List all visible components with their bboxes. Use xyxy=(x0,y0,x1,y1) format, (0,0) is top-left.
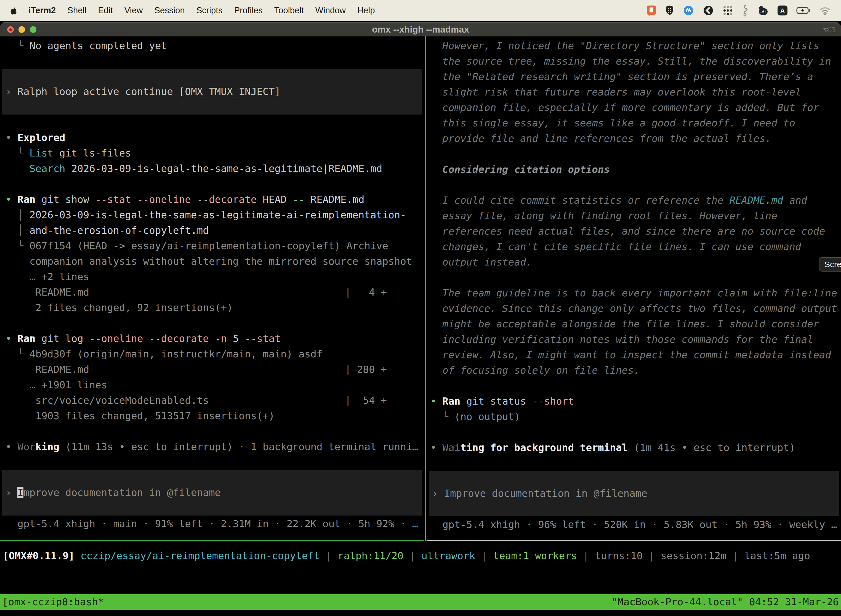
terminal-line: • Ran git log --oneline --decorate -n 5 … xyxy=(0,331,424,346)
menu-item-shell[interactable]: Shell xyxy=(67,6,86,15)
tmux-session-label: [omx-cczip0:bash* xyxy=(2,594,104,610)
terminal-line: the source tree, missing the essay. Stil… xyxy=(426,54,841,69)
terminal-line: │ and-the-erosion-of-copyleft.md xyxy=(0,223,424,238)
pane-border-active xyxy=(0,540,424,541)
input-source-icon[interactable]: A xyxy=(777,5,788,16)
shield-icon[interactable] xyxy=(665,5,674,16)
terminal-line: The team guideline is to back every impo… xyxy=(426,285,841,301)
terminal-line: 2 files changed, 92 insertions(+) xyxy=(0,300,424,315)
diffstat-row: README.md| 4 + xyxy=(0,285,387,300)
terminal-line: slight risk that future readers may over… xyxy=(426,84,841,100)
terminal-line: changes, I can't cite specific file line… xyxy=(426,239,841,254)
squiggle-icon[interactable] xyxy=(742,4,748,16)
tmux-pane-right[interactable]: However, I noticed the "Directory Struct… xyxy=(426,37,841,540)
prompt-input-box[interactable]: › Improve documentation in @filename xyxy=(2,470,422,516)
terminal-line: • Waiting for background terminal (1m 41… xyxy=(426,440,841,455)
model-status-line: gpt-5.4 xhigh · main · 91% left · 2.31M … xyxy=(0,516,424,532)
iterm2-window: omx --xhigh --madmax ⌥⌘1 └ No agents com… xyxy=(0,22,841,616)
terminal-line: output instead. xyxy=(426,254,841,270)
terminal-line: • Ran git show --stat --oneline --decora… xyxy=(0,192,424,207)
terminal-line: • Explored xyxy=(0,130,424,145)
window-title: omx --xhigh --madmax xyxy=(372,24,469,35)
diffstat-row: src/voice/voiceModeEnabled.ts| 54 + xyxy=(0,393,387,408)
dots-grid-icon[interactable] xyxy=(722,5,733,16)
terminal-line: … +1901 lines xyxy=(0,377,424,393)
battery-icon[interactable] xyxy=(796,6,811,15)
terminal-line: this single essay, it seems like a good … xyxy=(426,115,841,131)
diffstat-count: | 4 + xyxy=(345,285,387,300)
zoom-button[interactable] xyxy=(30,26,37,33)
menu-item-profiles[interactable]: Profiles xyxy=(234,6,262,15)
window-title-bar[interactable]: omx --xhigh --madmax ⌥⌘1 xyxy=(0,22,841,37)
diffstat-row: README.md| 280 + xyxy=(0,362,387,377)
prompt-line: › Improve documentation in @filename xyxy=(429,486,839,501)
terminal-line: I could cite commit statistics or refere… xyxy=(426,193,841,208)
menu-item-view[interactable]: View xyxy=(125,6,143,15)
terminal-line: companion analysis without altering the … xyxy=(0,254,424,269)
screen-recording-icon[interactable] xyxy=(646,4,657,16)
terminal-line: │ 2026-03-09-is-legal-the-same-as-legiti… xyxy=(0,207,424,223)
terminal-line: 1903 files changed, 513517 insertions(+) xyxy=(0,408,424,424)
terminal-line: • Working (11m 13s • esc to interrupt) ·… xyxy=(0,439,424,455)
terminal-line: might be acceptable alongside the file l… xyxy=(426,316,841,332)
svg-text:..61: ..61 xyxy=(760,10,766,14)
terminal-line: • Ran git status --short xyxy=(426,393,841,409)
terminal-line: companion file, especially if more comme… xyxy=(426,100,841,115)
terminal-line: However, I noticed the "Directory Struct… xyxy=(426,38,841,54)
menu-status-icons: ..61 A xyxy=(646,4,831,16)
macos-menu-bar: iTerm2ShellEditViewSessionScriptsProfile… xyxy=(0,0,841,21)
media-circle-icon[interactable] xyxy=(702,5,714,16)
terminal-line: Search 2026-03-09-is-legal-the-same-as-l… xyxy=(0,161,424,176)
omx-status-bar: [OMX#0.11.9] cczip/essay/ai-reimplementa… xyxy=(0,548,841,563)
tmux-host-clock: "MacBook-Pro-44.local" 04:52 31-Mar-26 xyxy=(611,594,839,610)
diffstat-count: | 280 + xyxy=(345,362,387,377)
svg-text:A: A xyxy=(780,7,785,14)
model-status-line: gpt-5.4 xhigh · 96% left · 520K in · 5.8… xyxy=(426,517,841,532)
traffic-lights xyxy=(7,23,37,37)
pane-border-inactive xyxy=(426,540,841,541)
close-button[interactable] xyxy=(7,26,14,33)
tmux-pane-left[interactable]: └ No agents completed yet› Ralph loop ac… xyxy=(0,37,424,540)
menu-item-session[interactable]: Session xyxy=(154,6,185,15)
terminal-line: provide file and line references from th… xyxy=(426,131,841,146)
menu-item-window[interactable]: Window xyxy=(315,6,346,15)
apple-menu-icon[interactable] xyxy=(10,6,18,15)
wifi-icon[interactable] xyxy=(819,6,831,15)
menu-item-toolbelt[interactable]: Toolbelt xyxy=(274,6,304,15)
desktop: iTerm2ShellEditViewSessionScriptsProfile… xyxy=(0,0,841,616)
menu-item-iterm2[interactable]: iTerm2 xyxy=(28,6,56,15)
terminal-line: └ 4b9d30f (origin/main, instructkr/main,… xyxy=(0,346,424,362)
tmux-status-bar: [omx-cczip0:bash* "MacBook-Pro-44.local"… xyxy=(0,594,841,610)
prompt-input-box[interactable]: › Improve documentation in @filename xyxy=(429,471,839,516)
terminal-line: references need actual files, and since … xyxy=(426,224,841,239)
minimize-button[interactable] xyxy=(19,26,25,33)
terminal-line: essay file, along with finding root file… xyxy=(426,208,841,224)
terminal-line: └ 067f154 (HEAD -> essay/ai-reimplementa… xyxy=(0,238,424,254)
menu-item-help[interactable]: Help xyxy=(357,6,375,15)
diffstat-count: | 54 + xyxy=(345,393,387,408)
terminal-line: including verification notes with those … xyxy=(426,332,841,347)
battery-percent-icon[interactable]: ..61 xyxy=(757,4,769,16)
badge-icon[interactable] xyxy=(683,5,694,16)
terminal-line: [OMX#0.11.9] cczip/essay/ai-reimplementa… xyxy=(0,548,841,563)
terminal-line: └ No agents completed yet xyxy=(0,38,424,54)
pane-divider[interactable] xyxy=(425,37,426,541)
menu-item-scripts[interactable]: Scripts xyxy=(196,6,223,15)
prompt-input-box[interactable]: › Ralph loop active continue [OMX_TMUX_I… xyxy=(2,69,422,114)
terminal-line: of focusing solely on file lines. xyxy=(426,363,841,378)
terminal-line: Considering citation options xyxy=(426,162,841,177)
prompt-line: › Improve documentation in @filename xyxy=(2,485,422,500)
terminal-line: the "Related research writing" section i… xyxy=(426,69,841,84)
prompt-line: › Ralph loop active continue [OMX_TMUX_I… xyxy=(2,84,422,99)
terminal-line: review. Also, I might want to inspect th… xyxy=(426,347,841,363)
terminal-line: … +2 lines xyxy=(0,269,424,285)
terminal-line: evidence. Since this change only affects… xyxy=(426,301,841,316)
terminal-content: └ No agents completed yet› Ralph loop ac… xyxy=(0,37,841,616)
terminal-line: └ List git ls-files xyxy=(0,145,424,161)
terminal-line: └ (no output) xyxy=(426,409,841,424)
screen-notification-tab[interactable]: Scre xyxy=(819,257,841,271)
window-shortcut-badge: ⌥⌘1 xyxy=(822,25,836,34)
menu-items: iTerm2ShellEditViewSessionScriptsProfile… xyxy=(28,6,375,15)
menu-item-edit[interactable]: Edit xyxy=(98,6,113,15)
